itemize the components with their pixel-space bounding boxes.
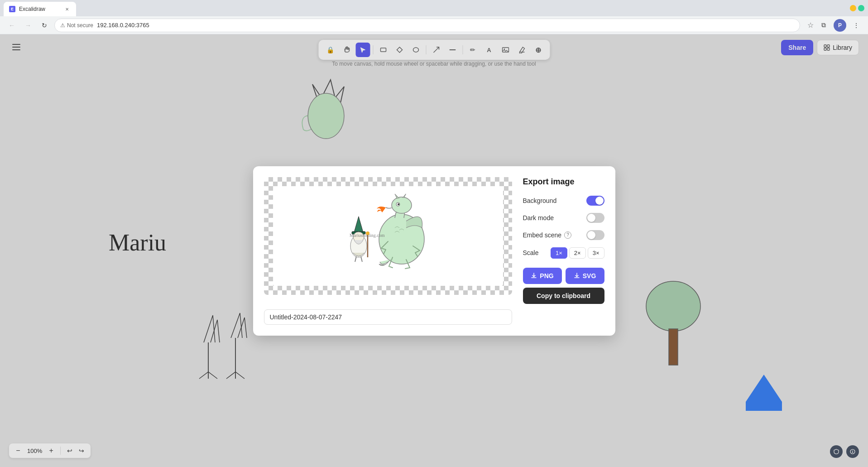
png-label: PNG bbox=[540, 272, 553, 279]
svg-point-30 bbox=[398, 203, 399, 205]
canvas-area[interactable]: 🔒 ✏ A ⊕ To bbox=[0, 34, 868, 467]
svg-line-25 bbox=[355, 256, 356, 262]
bookmark-button[interactable]: ☆ bbox=[807, 21, 814, 29]
scale-2x-button[interactable]: 2× bbox=[569, 247, 586, 259]
background-toggle[interactable] bbox=[586, 196, 604, 206]
menu-button[interactable]: ⋮ bbox=[850, 19, 863, 32]
active-tab[interactable]: E Excalidraw ✕ bbox=[4, 2, 76, 16]
tab-title: Excalidraw bbox=[19, 6, 60, 12]
embed-scene-toggle-knob bbox=[587, 231, 595, 239]
embed-scene-option-row: Embed scene ? bbox=[523, 230, 604, 240]
download-icon-png bbox=[531, 273, 537, 279]
export-buttons: PNG SVG bbox=[523, 268, 604, 284]
svg-label: SVG bbox=[583, 272, 596, 279]
address-text: 192.168.0.240:3765 bbox=[97, 22, 149, 29]
browser-controls: ← → ↻ ⚠ Not secure 192.168.0.240:3765 ☆ … bbox=[0, 16, 868, 34]
preview-section: Mariushosting.com bbox=[264, 177, 512, 325]
address-bar[interactable]: ⚠ Not secure 192.168.0.240:3765 bbox=[54, 19, 800, 32]
svg-point-28 bbox=[392, 197, 412, 213]
scale-1x-button[interactable]: 1× bbox=[551, 247, 567, 259]
preview-inner: Mariushosting.com bbox=[273, 186, 503, 286]
dark-mode-toggle-knob bbox=[587, 214, 595, 222]
export-svg-button[interactable]: SVG bbox=[566, 268, 604, 284]
security-icon: ⚠ bbox=[60, 22, 65, 29]
scale-option-row: Scale 1× 2× 3× bbox=[523, 247, 604, 259]
svg-marker-19 bbox=[354, 217, 363, 232]
background-label: Background bbox=[523, 197, 557, 204]
embed-scene-label: Embed scene ? bbox=[523, 231, 572, 239]
embed-scene-toggle[interactable] bbox=[586, 230, 604, 240]
scale-buttons: 1× 2× 3× bbox=[551, 247, 604, 259]
copy-to-clipboard-button[interactable]: Copy to clipboard bbox=[523, 288, 604, 304]
extensions-button[interactable]: ⧉ bbox=[817, 19, 830, 32]
dark-mode-label: Dark mode bbox=[523, 214, 554, 221]
security-label: Not secure bbox=[67, 22, 93, 29]
filename-input[interactable] bbox=[264, 309, 512, 325]
back-button[interactable]: ← bbox=[5, 19, 18, 32]
tab-close-button[interactable]: ✕ bbox=[63, 5, 71, 13]
copy-label: Copy to clipboard bbox=[537, 292, 590, 299]
security-indicator: ⚠ Not secure bbox=[60, 22, 93, 29]
svg-text:Mariushosting.com: Mariushosting.com bbox=[350, 233, 385, 238]
reload-button[interactable]: ↻ bbox=[38, 19, 51, 32]
export-png-button[interactable]: PNG bbox=[523, 268, 562, 284]
export-modal: Mariushosting.com Export image Backgroun… bbox=[253, 166, 615, 336]
tab-strip: E Excalidraw ✕ bbox=[4, 0, 76, 16]
dark-mode-option-row: Dark mode bbox=[523, 213, 604, 223]
embed-scene-text: Embed scene bbox=[523, 231, 562, 239]
scale-3x-button[interactable]: 3× bbox=[588, 247, 604, 259]
profile-button[interactable]: P bbox=[834, 19, 846, 32]
background-option-row: Background bbox=[523, 196, 604, 206]
modal-overlay[interactable]: Mariushosting.com Export image Backgroun… bbox=[0, 34, 868, 467]
download-icon-svg bbox=[574, 273, 580, 279]
export-title: Export image bbox=[523, 177, 604, 187]
background-toggle-knob bbox=[595, 197, 604, 205]
embed-scene-help-icon[interactable]: ? bbox=[564, 231, 571, 239]
preview-area: Mariushosting.com bbox=[264, 177, 512, 304]
tab-favicon: E bbox=[9, 6, 15, 12]
maximize-button[interactable] bbox=[858, 5, 864, 11]
browser-titlebar: E Excalidraw ✕ bbox=[0, 0, 868, 16]
dark-mode-toggle[interactable] bbox=[586, 213, 604, 223]
preview-illustration: Mariushosting.com bbox=[334, 194, 442, 278]
minimize-button[interactable] bbox=[850, 5, 856, 11]
browser-chrome: E Excalidraw ✕ ← → ↻ ⚠ Not secure 192.16… bbox=[0, 0, 868, 34]
preview-image-checkerboard: Mariushosting.com bbox=[264, 177, 512, 295]
export-panel: Export image Background Dark mode bbox=[523, 177, 604, 325]
svg-line-26 bbox=[361, 256, 362, 262]
forward-button[interactable]: → bbox=[22, 19, 34, 32]
scale-label: Scale bbox=[523, 249, 539, 256]
